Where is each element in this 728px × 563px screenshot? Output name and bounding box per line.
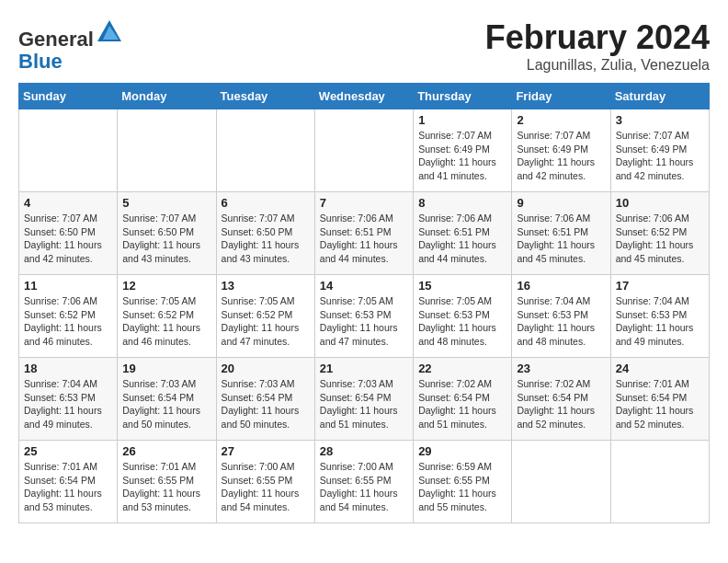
calendar-cell: 29Sunrise: 6:59 AM Sunset: 6:55 PM Dayli…	[414, 441, 512, 523]
weekday-header: Sunday	[19, 84, 118, 109]
calendar-cell: 10Sunrise: 7:06 AM Sunset: 6:52 PM Dayli…	[610, 192, 709, 275]
day-number: 19	[122, 362, 210, 375]
calendar-cell: 15Sunrise: 7:05 AM Sunset: 6:53 PM Dayli…	[414, 275, 512, 358]
day-info: Sunrise: 7:04 AM Sunset: 6:53 PM Dayligh…	[24, 377, 112, 431]
day-info: Sunrise: 7:02 AM Sunset: 6:54 PM Dayligh…	[517, 377, 605, 431]
location: Lagunillas, Zulia, Venezuela	[485, 57, 710, 74]
day-number: 16	[517, 279, 605, 293]
day-number: 29	[418, 444, 506, 458]
day-number: 17	[616, 279, 704, 293]
weekday-header: Wednesday	[314, 84, 413, 109]
day-info: Sunrise: 7:06 AM Sunset: 6:51 PM Dayligh…	[517, 212, 605, 266]
calendar-week-row: 4Sunrise: 7:07 AM Sunset: 6:50 PM Daylig…	[19, 192, 710, 275]
calendar-cell: 7Sunrise: 7:06 AM Sunset: 6:51 PM Daylig…	[314, 192, 413, 275]
calendar-cell: 4Sunrise: 7:07 AM Sunset: 6:50 PM Daylig…	[19, 192, 118, 275]
day-info: Sunrise: 7:05 AM Sunset: 6:52 PM Dayligh…	[222, 294, 310, 349]
day-number: 23	[517, 362, 605, 375]
calendar-cell: 5Sunrise: 7:07 AM Sunset: 6:50 PM Daylig…	[118, 192, 216, 275]
day-info: Sunrise: 7:07 AM Sunset: 6:50 PM Dayligh…	[122, 212, 210, 266]
day-info: Sunrise: 7:03 AM Sunset: 6:54 PM Dayligh…	[320, 377, 408, 431]
calendar-cell: 21Sunrise: 7:03 AM Sunset: 6:54 PM Dayli…	[314, 358, 413, 441]
day-number: 9	[517, 196, 605, 210]
calendar-cell: 19Sunrise: 7:03 AM Sunset: 6:54 PM Dayli…	[118, 358, 216, 441]
day-number: 2	[517, 113, 605, 127]
calendar-header-row: SundayMondayTuesdayWednesdayThursdayFrid…	[19, 84, 710, 109]
day-number: 21	[320, 362, 408, 375]
day-number: 22	[418, 362, 506, 375]
day-info: Sunrise: 7:07 AM Sunset: 6:50 PM Dayligh…	[24, 212, 112, 266]
calendar-cell	[216, 109, 314, 192]
calendar-cell: 14Sunrise: 7:05 AM Sunset: 6:53 PM Dayli…	[314, 275, 413, 358]
calendar-cell	[512, 441, 610, 523]
day-number: 24	[616, 362, 704, 375]
day-info: Sunrise: 7:02 AM Sunset: 6:54 PM Dayligh…	[418, 377, 506, 431]
logo-blue: Blue	[18, 50, 63, 73]
weekday-header: Friday	[512, 84, 610, 109]
calendar-week-row: 1Sunrise: 7:07 AM Sunset: 6:49 PM Daylig…	[19, 109, 710, 192]
day-number: 12	[122, 279, 210, 293]
day-info: Sunrise: 7:07 AM Sunset: 6:49 PM Dayligh…	[616, 129, 704, 183]
calendar-table: SundayMondayTuesdayWednesdayThursdayFrid…	[18, 83, 710, 523]
day-info: Sunrise: 7:06 AM Sunset: 6:51 PM Dayligh…	[418, 212, 506, 266]
day-info: Sunrise: 7:01 AM Sunset: 6:54 PM Dayligh…	[24, 460, 112, 514]
month-year: February 2024	[485, 18, 710, 57]
logo-icon	[96, 18, 123, 46]
calendar-cell: 13Sunrise: 7:05 AM Sunset: 6:52 PM Dayli…	[216, 275, 314, 358]
calendar-cell: 2Sunrise: 7:07 AM Sunset: 6:49 PM Daylig…	[512, 109, 610, 192]
calendar-cell: 24Sunrise: 7:01 AM Sunset: 6:54 PM Dayli…	[610, 358, 709, 441]
page-header: General Blue February 2024 Lagunillas, Z…	[18, 18, 710, 74]
calendar-cell: 25Sunrise: 7:01 AM Sunset: 6:54 PM Dayli…	[19, 441, 118, 523]
day-info: Sunrise: 7:06 AM Sunset: 6:52 PM Dayligh…	[616, 212, 704, 266]
calendar-cell: 17Sunrise: 7:04 AM Sunset: 6:53 PM Dayli…	[610, 275, 709, 358]
calendar-cell: 3Sunrise: 7:07 AM Sunset: 6:49 PM Daylig…	[610, 109, 709, 192]
day-number: 7	[320, 196, 408, 210]
day-number: 1	[418, 113, 506, 127]
day-number: 5	[122, 196, 210, 210]
calendar-week-row: 11Sunrise: 7:06 AM Sunset: 6:52 PM Dayli…	[19, 275, 710, 358]
day-number: 8	[418, 196, 506, 210]
calendar-cell: 11Sunrise: 7:06 AM Sunset: 6:52 PM Dayli…	[19, 275, 118, 358]
title-block: February 2024 Lagunillas, Zulia, Venezue…	[485, 18, 710, 74]
day-number: 11	[24, 279, 112, 293]
calendar-cell: 23Sunrise: 7:02 AM Sunset: 6:54 PM Dayli…	[512, 358, 610, 441]
day-info: Sunrise: 7:01 AM Sunset: 6:55 PM Dayligh…	[122, 460, 210, 514]
calendar-cell: 8Sunrise: 7:06 AM Sunset: 6:51 PM Daylig…	[414, 192, 512, 275]
day-info: Sunrise: 7:05 AM Sunset: 6:52 PM Dayligh…	[122, 294, 210, 349]
day-number: 20	[222, 362, 310, 375]
calendar-cell	[118, 109, 216, 192]
day-number: 4	[24, 196, 112, 210]
calendar-cell: 22Sunrise: 7:02 AM Sunset: 6:54 PM Dayli…	[414, 358, 512, 441]
day-info: Sunrise: 7:04 AM Sunset: 6:53 PM Dayligh…	[616, 294, 704, 349]
logo: General Blue	[18, 18, 123, 73]
weekday-header: Tuesday	[216, 84, 314, 109]
day-info: Sunrise: 6:59 AM Sunset: 6:55 PM Dayligh…	[418, 460, 506, 514]
day-info: Sunrise: 7:07 AM Sunset: 6:50 PM Dayligh…	[222, 212, 310, 266]
day-number: 18	[24, 362, 112, 375]
day-info: Sunrise: 7:00 AM Sunset: 6:55 PM Dayligh…	[222, 460, 310, 514]
weekday-header: Thursday	[414, 84, 512, 109]
calendar-cell: 9Sunrise: 7:06 AM Sunset: 6:51 PM Daylig…	[512, 192, 610, 275]
weekday-header: Saturday	[610, 84, 709, 109]
calendar-cell: 1Sunrise: 7:07 AM Sunset: 6:49 PM Daylig…	[414, 109, 512, 192]
day-info: Sunrise: 7:01 AM Sunset: 6:54 PM Dayligh…	[616, 377, 704, 431]
calendar-cell	[314, 109, 413, 192]
day-info: Sunrise: 7:06 AM Sunset: 6:51 PM Dayligh…	[320, 212, 408, 266]
day-info: Sunrise: 7:06 AM Sunset: 6:52 PM Dayligh…	[24, 294, 112, 349]
calendar-cell: 28Sunrise: 7:00 AM Sunset: 6:55 PM Dayli…	[314, 441, 413, 523]
calendar-cell: 20Sunrise: 7:03 AM Sunset: 6:54 PM Dayli…	[216, 358, 314, 441]
day-number: 25	[24, 444, 112, 458]
calendar-cell: 16Sunrise: 7:04 AM Sunset: 6:53 PM Dayli…	[512, 275, 610, 358]
weekday-header: Monday	[118, 84, 216, 109]
logo-general: General	[18, 28, 94, 51]
day-number: 27	[222, 444, 310, 458]
calendar-week-row: 25Sunrise: 7:01 AM Sunset: 6:54 PM Dayli…	[19, 441, 710, 523]
calendar-cell: 12Sunrise: 7:05 AM Sunset: 6:52 PM Dayli…	[118, 275, 216, 358]
calendar-cell: 6Sunrise: 7:07 AM Sunset: 6:50 PM Daylig…	[216, 192, 314, 275]
day-info: Sunrise: 7:07 AM Sunset: 6:49 PM Dayligh…	[517, 129, 605, 183]
day-number: 6	[222, 196, 310, 210]
calendar-cell: 18Sunrise: 7:04 AM Sunset: 6:53 PM Dayli…	[19, 358, 118, 441]
calendar-week-row: 18Sunrise: 7:04 AM Sunset: 6:53 PM Dayli…	[19, 358, 710, 441]
day-number: 28	[320, 444, 408, 458]
day-info: Sunrise: 7:03 AM Sunset: 6:54 PM Dayligh…	[222, 377, 310, 431]
day-info: Sunrise: 7:07 AM Sunset: 6:49 PM Dayligh…	[418, 129, 506, 183]
